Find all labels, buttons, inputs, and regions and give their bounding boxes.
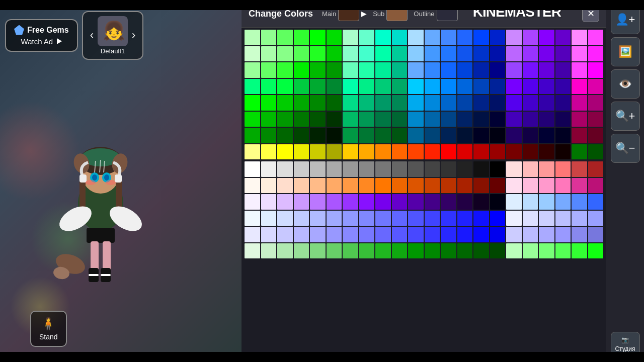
color-cell[interactable]: [277, 243, 293, 259]
color-cell[interactable]: [473, 62, 489, 78]
color-cell[interactable]: [572, 243, 587, 259]
color-cell[interactable]: [408, 227, 424, 242]
color-cell[interactable]: [441, 243, 456, 259]
color-cell[interactable]: [473, 161, 489, 177]
color-cell[interactable]: [343, 128, 358, 143]
color-cell[interactable]: [261, 30, 277, 45]
color-cell[interactable]: [572, 30, 587, 45]
color-cell[interactable]: [327, 243, 342, 259]
color-cell[interactable]: [490, 178, 506, 194]
color-cell[interactable]: [490, 62, 506, 78]
color-cell[interactable]: [539, 62, 554, 78]
color-cell[interactable]: [441, 227, 456, 242]
color-cell[interactable]: [457, 161, 473, 177]
color-cell[interactable]: [473, 243, 489, 259]
color-cell[interactable]: [523, 46, 538, 62]
color-cell[interactable]: [245, 227, 260, 242]
color-cell[interactable]: [327, 79, 342, 95]
color-cell[interactable]: [425, 178, 440, 194]
color-cell[interactable]: [277, 46, 293, 62]
color-cell[interactable]: [343, 30, 358, 45]
color-cell[interactable]: [425, 194, 440, 210]
color-cell[interactable]: [310, 112, 326, 127]
color-cell[interactable]: [359, 128, 375, 143]
color-cell[interactable]: [375, 95, 391, 111]
color-cell[interactable]: [277, 30, 293, 45]
color-cell[interactable]: [441, 46, 456, 62]
color-cell[interactable]: [310, 178, 326, 194]
color-cell[interactable]: [441, 194, 456, 210]
color-cell[interactable]: [555, 243, 571, 259]
color-cell[interactable]: [359, 243, 375, 259]
background-button[interactable]: 🖼️: [611, 37, 640, 66]
color-cell[interactable]: [555, 79, 571, 95]
color-cell[interactable]: [245, 243, 260, 259]
color-cell[interactable]: [375, 227, 391, 242]
color-cell[interactable]: [310, 79, 326, 95]
color-cell[interactable]: [310, 211, 326, 226]
color-cell[interactable]: [327, 161, 342, 177]
color-cell[interactable]: [425, 243, 440, 259]
color-cell[interactable]: [392, 227, 408, 242]
color-cell[interactable]: [555, 128, 571, 143]
color-cell[interactable]: [359, 144, 375, 160]
color-cell[interactable]: [539, 112, 554, 127]
color-cell[interactable]: [523, 30, 538, 45]
color-cell[interactable]: [359, 30, 375, 45]
color-cell[interactable]: [294, 144, 309, 160]
color-cell[interactable]: [457, 95, 473, 111]
color-cell[interactable]: [261, 227, 277, 242]
color-cell[interactable]: [375, 128, 391, 143]
color-cell[interactable]: [277, 161, 293, 177]
color-cell[interactable]: [408, 79, 424, 95]
color-cell[interactable]: [392, 95, 408, 111]
color-cell[interactable]: [506, 178, 522, 194]
color-cell[interactable]: [245, 30, 260, 45]
color-cell[interactable]: [425, 211, 440, 226]
color-cell[interactable]: [261, 178, 277, 194]
color-cell[interactable]: [457, 178, 473, 194]
color-cell[interactable]: [245, 79, 260, 95]
color-cell[interactable]: [555, 194, 571, 210]
color-cell[interactable]: [506, 30, 522, 45]
color-cell[interactable]: [457, 79, 473, 95]
eye-button[interactable]: 👁️: [611, 69, 640, 99]
color-cell[interactable]: [490, 128, 506, 143]
color-cell[interactable]: [555, 112, 571, 127]
color-cell[interactable]: [375, 194, 391, 210]
color-cell[interactable]: [310, 46, 326, 62]
color-cell[interactable]: [261, 46, 277, 62]
color-cell[interactable]: [473, 144, 489, 160]
color-cell[interactable]: [473, 211, 489, 226]
color-cell[interactable]: [555, 178, 571, 194]
color-cell[interactable]: [375, 46, 391, 62]
color-cell[interactable]: [457, 46, 473, 62]
color-cell[interactable]: [506, 112, 522, 127]
color-cell[interactable]: [539, 79, 554, 95]
color-cell[interactable]: [294, 62, 309, 78]
color-cell[interactable]: [375, 79, 391, 95]
color-cell[interactable]: [441, 30, 456, 45]
color-cell[interactable]: [408, 95, 424, 111]
color-cell[interactable]: [506, 62, 522, 78]
color-cell[interactable]: [555, 30, 571, 45]
color-cell[interactable]: [572, 161, 587, 177]
color-cell[interactable]: [245, 112, 260, 127]
color-cell[interactable]: [294, 30, 309, 45]
color-cell[interactable]: [359, 178, 375, 194]
color-cell[interactable]: [506, 79, 522, 95]
color-cell[interactable]: [588, 112, 604, 127]
color-cell[interactable]: [523, 194, 538, 210]
color-cell[interactable]: [327, 62, 342, 78]
color-cell[interactable]: [588, 243, 604, 259]
color-cell[interactable]: [539, 194, 554, 210]
color-cell[interactable]: [359, 112, 375, 127]
color-cell[interactable]: [490, 95, 506, 111]
color-cell[interactable]: [261, 62, 277, 78]
color-cell[interactable]: [523, 128, 538, 143]
color-cell[interactable]: [408, 178, 424, 194]
color-cell[interactable]: [375, 161, 391, 177]
color-cell[interactable]: [408, 46, 424, 62]
color-cell[interactable]: [473, 46, 489, 62]
color-cell[interactable]: [408, 194, 424, 210]
